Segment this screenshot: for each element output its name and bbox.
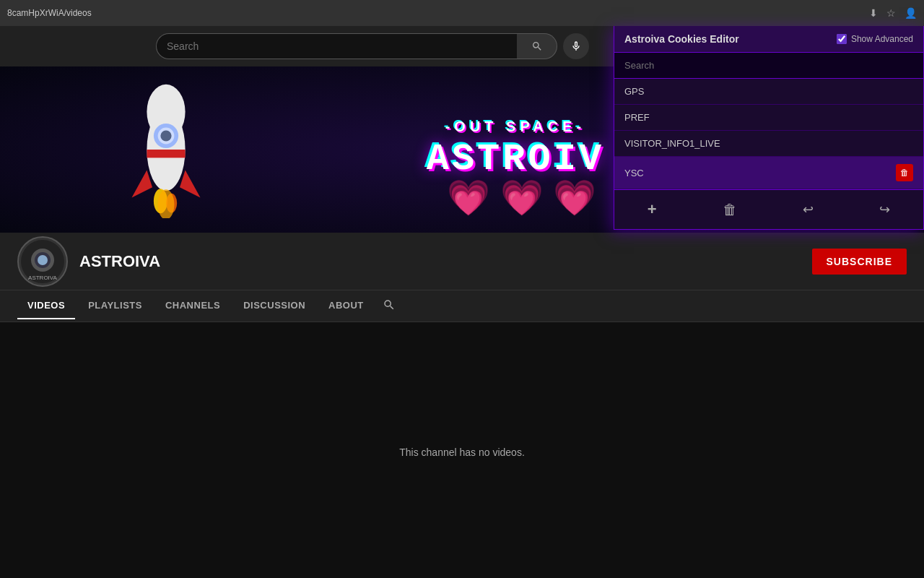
- banner-title: ASTROIV: [427, 138, 604, 181]
- cookie-search-input[interactable]: [614, 53, 923, 79]
- svg-marker-3: [132, 171, 153, 198]
- show-advanced-label[interactable]: Show Advanced: [837, 34, 913, 44]
- tab-about[interactable]: ABOUT: [318, 293, 374, 319]
- cookie-item-pref[interactable]: PREF: [614, 105, 923, 131]
- svg-point-8: [158, 189, 175, 218]
- cookie-panel-title: Astroiva Cookies Editor: [624, 33, 739, 45]
- search-input[interactable]: Search: [156, 33, 517, 59]
- search-button[interactable]: [517, 33, 557, 59]
- delete-all-icon: 🗑: [723, 202, 737, 218]
- channel-info-bar: ASTROIVA ASTROIVA SUBSCRIBE: [0, 233, 924, 290]
- add-icon: +: [648, 200, 657, 219]
- banner-text-area: -OUT SPACE- ASTROIV: [427, 118, 604, 181]
- import-icon: ↩: [803, 202, 814, 217]
- tab-videos[interactable]: VIDEOS: [17, 293, 75, 319]
- cookie-name-gps: GPS: [624, 86, 644, 97]
- svg-marker-4: [180, 171, 201, 198]
- browser-bar: 8camHpXrWiA/videos ⬇ ☆ 👤: [0, 0, 924, 26]
- tab-search-icon[interactable]: [383, 298, 396, 314]
- svg-rect-5: [147, 150, 185, 158]
- tab-discussion[interactable]: DISCUSSION: [233, 293, 315, 319]
- cookie-panel-header: Astroiva Cookies Editor Show Advanced: [614, 26, 923, 53]
- cookie-item-ysc[interactable]: YSC 🗑: [614, 157, 923, 189]
- cookie-delete-ysc-button[interactable]: 🗑: [896, 164, 913, 181]
- search-bar: Search: [156, 33, 589, 59]
- svg-point-14: [38, 255, 48, 265]
- export-cookie-button[interactable]: ↪: [871, 199, 899, 220]
- svg-text:ASTROIVA: ASTROIVA: [28, 275, 58, 281]
- delete-all-cookie-button[interactable]: 🗑: [714, 199, 746, 221]
- profile-icon[interactable]: 👤: [905, 7, 917, 19]
- show-advanced-checkbox[interactable]: [837, 34, 847, 44]
- subscribe-button[interactable]: SUBSCRIBE: [812, 249, 907, 275]
- main-content: This channel has no videos.: [0, 322, 924, 539]
- search-icon: [531, 40, 543, 52]
- banner-hearts: 💗 💗 💗: [447, 178, 596, 218]
- cookie-item-gps[interactable]: GPS: [614, 79, 923, 105]
- channel-avatar: ASTROIVA: [17, 236, 68, 287]
- tab-playlists[interactable]: PLAYLISTS: [78, 293, 152, 319]
- cookie-name-visitor-info: VISITOR_INFO1_LIVE: [624, 138, 720, 149]
- cookie-item-visitor-info[interactable]: VISITOR_INFO1_LIVE: [614, 131, 923, 157]
- browser-icons: ⬇ ☆ 👤: [869, 7, 917, 19]
- cookie-name-pref: PREF: [624, 112, 650, 123]
- mic-icon: [570, 40, 582, 52]
- svg-point-10: [160, 130, 171, 141]
- cookie-list: GPS PREF VISITOR_INFO1_LIVE YSC 🗑: [614, 79, 923, 189]
- download-icon[interactable]: ⬇: [869, 7, 878, 19]
- import-cookie-button[interactable]: ↩: [794, 199, 822, 220]
- cookie-editor-panel: Astroiva Cookies Editor Show Advanced GP…: [614, 26, 924, 230]
- star-icon[interactable]: ☆: [886, 7, 896, 19]
- channel-name: ASTROIVA: [79, 252, 160, 271]
- cookie-panel-footer: + 🗑 ↩ ↪: [614, 189, 923, 229]
- empty-message: This channel has no videos.: [399, 447, 525, 458]
- add-cookie-button[interactable]: +: [639, 197, 666, 222]
- mic-button[interactable]: [563, 33, 589, 59]
- channel-tabs: VIDEOS PLAYLISTS CHANNELS DISCUSSION ABO…: [0, 290, 924, 322]
- show-advanced-text: Show Advanced: [851, 34, 913, 44]
- browser-title: 8camHpXrWiA/videos: [7, 8, 92, 18]
- delete-icon: 🗑: [900, 168, 909, 178]
- cookie-name-ysc: YSC: [624, 168, 644, 178]
- banner-rocket: [116, 81, 231, 225]
- export-icon: ↪: [879, 202, 890, 217]
- tab-channels[interactable]: CHANNELS: [155, 293, 230, 319]
- banner-subtitle: -OUT SPACE-: [427, 118, 604, 135]
